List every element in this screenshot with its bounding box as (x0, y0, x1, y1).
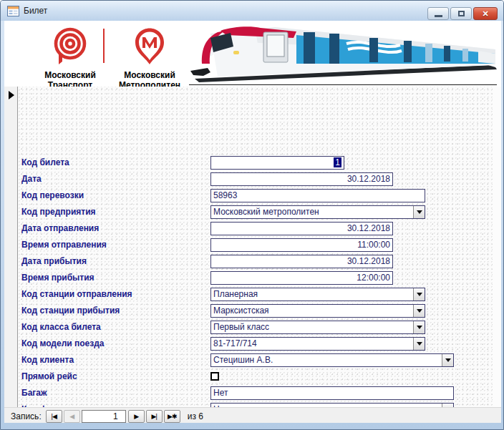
form-client-area: Московский Транспорт Московский Метропол… (4, 21, 501, 423)
input-baggage[interactable]: Нет (210, 386, 454, 400)
field-row-transport-code: Код перевозки58963 (4, 189, 501, 202)
combo-enterprise: Московский метрополитен (210, 205, 425, 219)
form-icon (7, 6, 19, 16)
combo-arrive-station: Марксистская (210, 304, 425, 318)
combo-value-depart-station[interactable]: Планерная (211, 288, 413, 300)
input-arrive-date[interactable]: 30.12.2018 (210, 255, 393, 268)
label-direct-trip: Прямой рейс (21, 370, 77, 383)
label-arrive-date: Дата прибытия (21, 255, 87, 268)
field-row-arrive-station: Код станции прибытияМарксистская (4, 304, 501, 318)
new-record-button[interactable]: ▶✱ (164, 410, 180, 423)
chevron-down-icon (417, 309, 422, 313)
combo-dropdown-button-train-model[interactable] (413, 338, 425, 350)
logo-divider (103, 29, 105, 63)
next-record-button[interactable]: ▶ (128, 410, 145, 423)
label-depart-station: Код станции отправления (21, 288, 132, 301)
combo-dropdown-button-client[interactable] (442, 354, 453, 366)
current-record-input[interactable]: 1 (82, 410, 126, 423)
form-window: Билет ✕ Московский Трансп (0, 0, 504, 430)
combo-dropdown-button-arrive-station[interactable] (413, 305, 425, 317)
minimize-button[interactable] (427, 7, 449, 20)
titlebar: Билет ✕ (1, 1, 503, 21)
field-row-depart-time: Время отправления11:00:00 (4, 238, 501, 252)
field-row-ticket-code: Код билета1 (4, 156, 501, 170)
combo-dropdown-button-depart-station[interactable] (413, 288, 425, 300)
record-count-text: из 6 (188, 411, 203, 421)
input-ticket-code[interactable]: 1 (210, 156, 344, 170)
label-depart-date: Дата отправления (21, 222, 99, 235)
combo-value-train-model[interactable]: 81-717/714 (211, 338, 413, 350)
train-image (189, 22, 497, 85)
combo-value-arrive-station[interactable]: Марксистская (211, 305, 413, 317)
last-record-button[interactable]: ▶| (146, 410, 163, 423)
restore-icon (458, 11, 465, 16)
record-nav-label: Запись: (11, 411, 42, 421)
label-depart-time: Время отправления (21, 238, 107, 252)
combo-client: Стецишин А.В. (210, 353, 454, 367)
label-train-model: Код модели поезда (21, 337, 104, 351)
combo-dropdown-button-enterprise[interactable] (413, 206, 425, 218)
field-row-direct-trip: Прямой рейс (4, 370, 501, 383)
combo-depart-station: Планерная (210, 288, 425, 301)
selected-text: 1 (334, 157, 341, 167)
combo-ticket-class: Первый класс (210, 321, 425, 334)
chevron-down-icon (417, 342, 422, 346)
combo-dropdown-button-ticket-class[interactable] (413, 321, 425, 333)
current-record-arrow-icon (9, 91, 14, 99)
form-header: Московский Транспорт Московский Метропол… (4, 21, 501, 87)
chevron-down-icon (417, 326, 422, 329)
close-button[interactable]: ✕ (473, 7, 498, 20)
field-row-arrive-time: Время прибытия12:00:00 (4, 271, 501, 285)
form-detail-section: Код билета1Дата30.12.2018Код перевозки58… (4, 87, 501, 407)
label-arrive-station: Код станции прибытия (21, 304, 120, 318)
moscow-transport-logo-icon (50, 26, 90, 65)
chevron-down-icon (445, 358, 451, 362)
label-date: Дата (21, 172, 42, 186)
combo-train-model: 81-717/714 (210, 337, 425, 351)
field-row-baggage: БагажНет (4, 386, 501, 400)
combo-value-enterprise[interactable]: Московский метрополитен (211, 206, 413, 218)
moscow-metro-logo: Московский Метрополитен (110, 26, 189, 90)
chevron-down-icon (417, 293, 422, 296)
input-arrive-time[interactable]: 12:00:00 (210, 271, 393, 285)
moscow-metro-logo-icon (130, 26, 169, 65)
label-client: Код клиента (21, 353, 74, 367)
label-transport-code: Код перевозки (21, 189, 84, 202)
input-date[interactable]: 30.12.2018 (210, 172, 393, 186)
field-row-client: Код клиентаСтецишин А.В. (4, 353, 501, 367)
field-row-depart-station: Код станции отправленияПланерная (4, 288, 501, 301)
input-depart-date[interactable]: 30.12.2018 (210, 222, 393, 235)
minimize-icon (435, 15, 442, 17)
label-enterprise: Код предприятия (21, 205, 96, 219)
close-icon: ✕ (482, 10, 488, 18)
label-baggage: Багаж (21, 386, 47, 400)
restore-button[interactable] (450, 7, 472, 20)
moscow-transport-logo: Московский Транспорт (34, 26, 106, 90)
first-record-button[interactable]: |◀ (46, 410, 62, 423)
input-depart-time[interactable]: 11:00:00 (210, 238, 393, 252)
field-row-ticket-class: Код класса билетаПервый класс (4, 321, 501, 334)
record-navigation-bar: Запись: |◀ ◀ 1 ▶ ▶| ▶✱ из 6 (4, 407, 501, 423)
checkbox-direct-trip[interactable] (210, 372, 219, 381)
field-row-train-model: Код модели поезда81-717/714 (4, 337, 501, 351)
field-row-date: Дата30.12.2018 (4, 172, 501, 186)
label-ticket-code: Код билета (21, 156, 69, 170)
field-row-arrive-date: Дата прибытия30.12.2018 (4, 255, 501, 268)
window-title: Билет (24, 6, 47, 16)
field-row-enterprise: Код предприятияМосковский метрополитен (4, 205, 501, 219)
field-row-depart-date: Дата отправления30.12.2018 (4, 222, 501, 235)
previous-record-button[interactable]: ◀ (64, 410, 80, 423)
input-transport-code[interactable]: 58963 (210, 189, 425, 202)
chevron-down-icon (417, 210, 422, 214)
label-arrive-time: Время прибытия (21, 271, 94, 285)
combo-value-ticket-class[interactable]: Первый класс (211, 321, 413, 333)
combo-value-client[interactable]: Стецишин А.В. (211, 354, 442, 366)
label-ticket-class: Код класса билета (21, 321, 101, 334)
